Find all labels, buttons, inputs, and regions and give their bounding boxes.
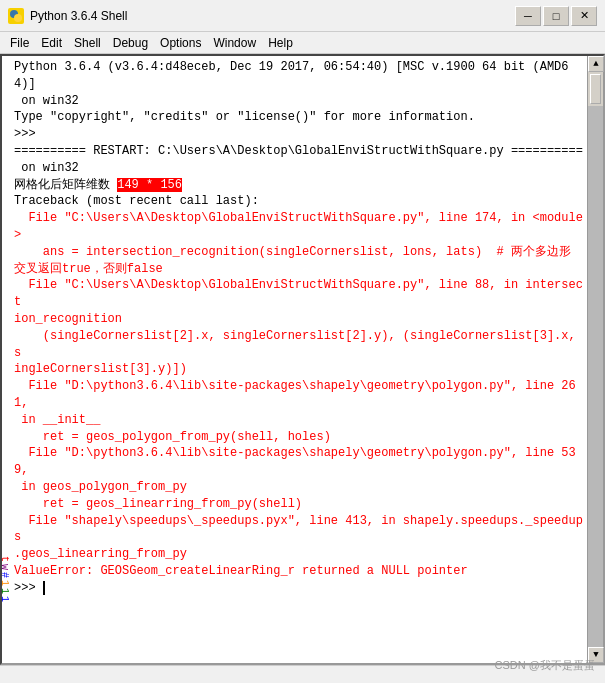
menu-edit[interactable]: Edit (35, 34, 68, 52)
menu-window[interactable]: Window (207, 34, 262, 52)
left-marker-1b: 1 (2, 588, 10, 594)
scroll-thumb[interactable] (590, 74, 601, 104)
output-line-18: ret = geos_polygon_from_py(shell, holes) (14, 429, 583, 446)
output-line-15: ingleCornerslist[3].y)]) (14, 361, 583, 378)
output-line-3: Type "copyright", "credits" or "license(… (14, 109, 583, 126)
left-marker-w: w (2, 564, 10, 570)
svg-point-1 (14, 14, 22, 22)
close-button[interactable]: ✕ (571, 6, 597, 26)
output-line-8: Traceback (most recent call last): (14, 193, 583, 210)
output-line-17: in __init__ (14, 412, 583, 429)
output-line-23: .geos_linearring_from_py (14, 546, 583, 563)
menu-help[interactable]: Help (262, 34, 299, 52)
menu-options[interactable]: Options (154, 34, 207, 52)
title-bar: Python 3.6.4 Shell ─ □ ✕ (0, 0, 605, 32)
output-line-22: File "shapely\speedups\_speedups.pyx", l… (14, 513, 583, 547)
output-line-19: File "D:\python3.6.4\lib\site-packages\s… (14, 445, 583, 479)
scroll-up-button[interactable]: ▲ (588, 56, 604, 72)
left-marker-t: t (2, 556, 10, 562)
shell-output[interactable]: Python 3.6.4 (v3.6.4:d48eceb, Dec 19 201… (10, 56, 587, 663)
menu-shell[interactable]: Shell (68, 34, 107, 52)
scroll-track (588, 106, 603, 647)
menu-debug[interactable]: Debug (107, 34, 154, 52)
minimize-button[interactable]: ─ (515, 6, 541, 26)
app-icon (8, 8, 24, 24)
output-line-25: >>> (14, 580, 583, 597)
output-line-7: 网格化后矩阵维数 149 * 156 (14, 177, 583, 194)
output-line-24: ValueError: GEOSGeom_createLinearRing_r … (14, 563, 583, 580)
left-marker-1c: 1 (2, 596, 10, 602)
output-line-11: 交叉返回true，否则false (14, 261, 583, 278)
status-text (6, 669, 9, 681)
shell-container: t w # 1 1 1 Python 3.6.4 (v3.6.4:d48eceb… (0, 54, 605, 665)
output-line-10: ans = intersection_recognition(singleCor… (14, 244, 583, 261)
window-controls: ─ □ ✕ (515, 6, 597, 26)
output-line-6: on win32 (14, 160, 583, 177)
output-line-16: File "D:\python3.6.4\lib\site-packages\s… (14, 378, 583, 412)
output-line-1: Python 3.6.4 (v3.6.4:d48eceb, Dec 19 201… (14, 59, 583, 93)
output-line-20: in geos_polygon_from_py (14, 479, 583, 496)
menu-bar: File Edit Shell Debug Options Window Hel… (0, 32, 605, 54)
scrollbar[interactable]: ▲ ▼ (587, 56, 603, 663)
output-line-21: ret = geos_linearring_from_py(shell) (14, 496, 583, 513)
left-marker-1a: 1 (2, 580, 10, 586)
window-title: Python 3.6.4 Shell (30, 9, 515, 23)
menu-file[interactable]: File (4, 34, 35, 52)
output-line-9: File "C:\Users\A\Desktop\GlobalEnviStruc… (14, 210, 583, 244)
maximize-button[interactable]: □ (543, 6, 569, 26)
output-line-5: ========== RESTART: C:\Users\A\Desktop\G… (14, 143, 583, 160)
watermark: CSDN @我不是蛋蛋 (495, 658, 595, 673)
output-line-2: on win32 (14, 93, 583, 110)
left-marker-hash: # (2, 572, 10, 578)
output-line-4: >>> (14, 126, 583, 143)
output-line-14: (singleCornerslist[2].x, singleCornersli… (14, 328, 583, 362)
output-line-13: ion_recognition (14, 311, 583, 328)
output-line-12: File "C:\Users\A\Desktop\GlobalEnviStruc… (14, 277, 583, 311)
